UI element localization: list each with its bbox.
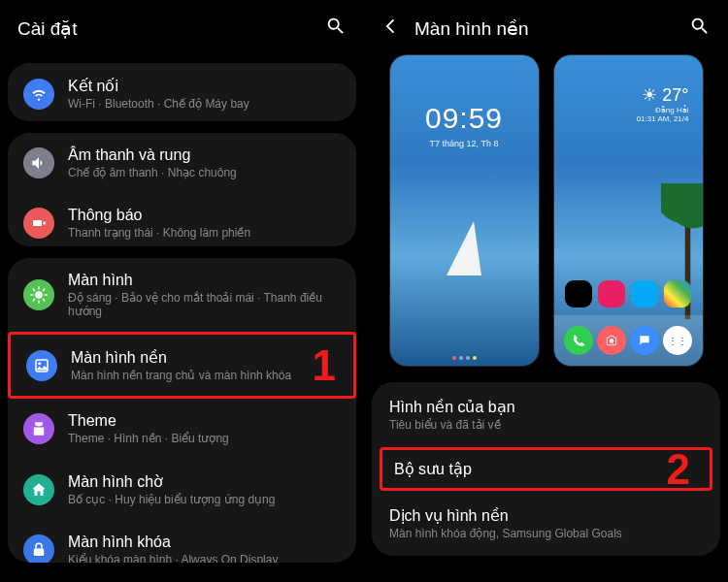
setting-title: Màn hình <box>68 272 341 289</box>
settings-item-connections[interactable]: Kết nối Wi-Fi · Bluetooth · Chế độ Máy b… <box>8 63 356 121</box>
menu-item-gallery[interactable]: Bộ sưu tập 2 <box>380 447 712 491</box>
svg-point-4 <box>610 339 614 343</box>
wallpaper-icon <box>26 350 57 381</box>
menu-title: Hình nền của bạn <box>389 398 703 416</box>
setting-subtitle: Kiểu khóa màn hình · Always On Display <box>68 553 341 563</box>
settings-header: Cài đặt <box>8 8 356 54</box>
setting-subtitle: Chế độ âm thanh · Nhạc chuông <box>68 166 341 179</box>
app-icon <box>631 280 658 307</box>
setting-title: Màn hình khóa <box>68 534 341 551</box>
menu-subtitle: Tiêu biểu và đã tải về <box>389 418 703 432</box>
settings-item-theme[interactable]: Theme Theme · Hình nền · Biểu tượng <box>8 399 356 459</box>
settings-item-wallpaper[interactable]: Màn hình nền Màn hình nền trang chủ và m… <box>8 332 356 399</box>
wallpaper-header: Màn hình nền <box>372 8 720 54</box>
annotation-2: 2 <box>667 445 690 494</box>
home-icon <box>23 474 54 505</box>
weather-location: Đằng Hải <box>637 106 689 114</box>
weather-datetime: 01:31 AM, 21/4 <box>637 114 689 123</box>
setting-subtitle: Độ sáng · Bảo vệ cho mắt thoải mái · Tha… <box>68 291 341 318</box>
camera-icon <box>597 326 626 355</box>
apps-icon: ⋮⋮ <box>663 326 692 355</box>
setting-subtitle: Bố cục · Huy hiệu biểu tượng ứng dụng <box>68 493 341 506</box>
setting-title: Kết nối <box>68 77 341 95</box>
settings-group: Kết nối Wi-Fi · Bluetooth · Chế độ Máy b… <box>8 63 356 121</box>
svg-rect-3 <box>34 549 45 557</box>
dock: ⋮⋮ <box>554 315 703 366</box>
message-icon <box>630 326 659 355</box>
preview-dots <box>390 356 539 360</box>
settings-item-lockscreen[interactable]: Màn hình khóa Kiểu khóa màn hình · Alway… <box>8 520 356 563</box>
settings-item-sound[interactable]: Âm thanh và rung Chế độ âm thanh · Nhạc … <box>8 133 356 193</box>
menu-subtitle: Màn hình khóa động, Samsung Global Goals <box>389 527 703 540</box>
svg-point-2 <box>38 362 41 365</box>
setting-subtitle: Màn hình nền trang chủ và màn hình khóa <box>71 369 338 382</box>
setting-title: Âm thanh và rung <box>68 146 341 164</box>
menu-title: Dịch vụ hình nền <box>389 506 703 525</box>
menu-item-your-wallpapers[interactable]: Hình nền của bạn Tiêu biểu và đã tải về <box>372 386 720 443</box>
setting-title: Màn hình chờ <box>68 472 341 491</box>
wallpaper-scenery <box>390 123 539 340</box>
wifi-icon <box>23 79 54 110</box>
menu-title: Bộ sưu tập <box>394 460 698 478</box>
wallpaper-preview-area: 09:59 T7 tháng 12, Th 8 ☀ 27° Đằng Hải 0… <box>372 54 720 382</box>
search-icon[interactable] <box>689 16 711 41</box>
setting-title: Màn hình nền <box>71 348 338 367</box>
annotation-1: 1 <box>313 341 336 390</box>
app-icon <box>565 280 592 307</box>
sound-icon <box>23 147 54 178</box>
menu-item-wallpaper-services[interactable]: Dịch vụ hình nền Màn hình khóa động, Sam… <box>372 495 720 552</box>
homescreen-preview[interactable]: ☀ 27° Đằng Hải 01:31 AM, 21/4 ⋮⋮ <box>553 54 704 367</box>
wallpaper-menu: Hình nền của bạn Tiêu biểu và đã tải về … <box>372 382 720 556</box>
app-grid <box>564 280 693 307</box>
lock-icon <box>23 534 54 563</box>
setting-subtitle: Theme · Hình nền · Biểu tượng <box>68 432 341 445</box>
back-icon[interactable] <box>381 16 401 40</box>
svg-point-0 <box>35 291 43 299</box>
page-title: Cài đặt <box>17 17 78 40</box>
phone-icon <box>564 326 593 355</box>
setting-subtitle: Wi-Fi · Bluetooth · Chế độ Máy bay <box>68 97 341 111</box>
bell-icon <box>23 208 54 239</box>
wallpaper-scenery <box>554 123 703 340</box>
app-icon <box>664 280 691 307</box>
setting-subtitle: Thanh trạng thái · Không làm phiền <box>68 226 341 240</box>
search-icon[interactable] <box>325 16 347 41</box>
settings-group: Âm thanh và rung Chế độ âm thanh · Nhạc … <box>8 133 356 246</box>
brightness-icon <box>23 279 54 310</box>
lockscreen-preview[interactable]: 09:59 T7 tháng 12, Th 8 <box>389 54 540 367</box>
settings-group: Màn hình Độ sáng · Bảo vệ cho mắt thoải … <box>8 258 356 563</box>
setting-title: Thông báo <box>68 207 341 224</box>
weather-temp: ☀ 27° <box>637 84 689 106</box>
settings-item-display[interactable]: Màn hình Độ sáng · Bảo vệ cho mắt thoải … <box>8 258 356 332</box>
app-icon <box>598 280 625 307</box>
settings-item-homescreen[interactable]: Màn hình chờ Bố cục · Huy hiệu biểu tượn… <box>8 459 356 520</box>
weather-widget: ☀ 27° Đằng Hải 01:31 AM, 21/4 <box>637 84 689 123</box>
settings-screen: Cài đặt Kết nối Wi-Fi · Bluetooth · Chế … <box>0 0 364 582</box>
page-title: Màn hình nền <box>414 17 529 40</box>
settings-item-notifications[interactable]: Thông báo Thanh trạng thái · Không làm p… <box>8 193 356 246</box>
theme-icon <box>23 413 54 444</box>
wallpaper-screen: Màn hình nền 09:59 T7 tháng 12, Th 8 ☀ 2… <box>364 0 728 582</box>
setting-title: Theme <box>68 412 341 430</box>
